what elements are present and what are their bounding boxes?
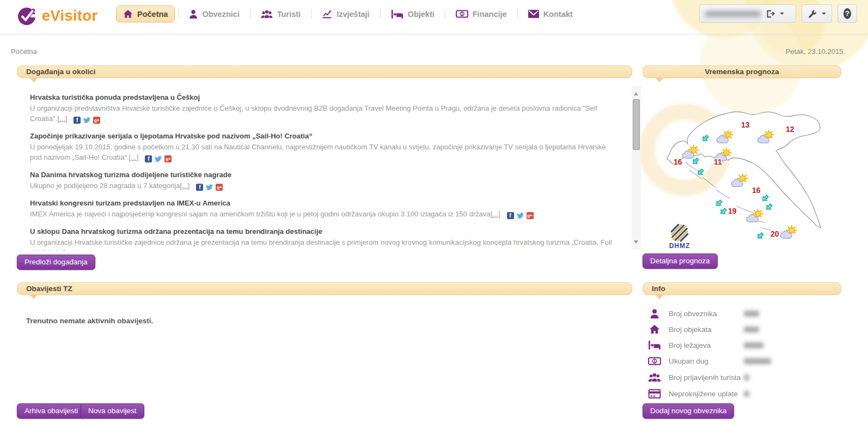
news-body-text: U organizaciji Hrvatske turističke zajed…: [30, 238, 612, 251]
nav-label: Turisti: [277, 10, 301, 19]
person-icon: [648, 309, 661, 319]
redacted-value: [744, 391, 749, 397]
croatia-weather-map: 13 12 16 11 16 19 20 DHMZ: [655, 85, 836, 250]
envelope-icon: [528, 10, 539, 18]
nav-label: Početna: [137, 10, 168, 19]
news-title: Hrvatski kongresni turizam predstavljen …: [30, 198, 614, 208]
twitter-icon[interactable]: [206, 184, 213, 191]
nav-label: Kontakt: [543, 10, 573, 19]
read-more-link[interactable]: [...]: [56, 249, 65, 251]
current-date: Petak, 23.10.2015.: [786, 47, 845, 56]
top-navigation-bar: eVisitor Početna Obveznici Turisti Izvje…: [0, 0, 868, 34]
evisitor-logo[interactable]: eVisitor: [16, 5, 98, 26]
help-button[interactable]: ?: [838, 4, 857, 23]
googleplus-icon[interactable]: g+: [93, 117, 100, 124]
info-label: Broj prijavljenih turista: [669, 373, 742, 382]
redacted-username: [705, 11, 761, 17]
redacted-value: [744, 374, 749, 380]
news-body-text: IMEX America je najveći i najposjećeniji…: [30, 210, 490, 218]
temperature-label: 13: [741, 120, 750, 129]
home-icon: [648, 324, 661, 334]
temperature-label: 20: [771, 229, 779, 238]
nav-item-turisti[interactable]: Turisti: [254, 5, 308, 22]
nav-divider: [380, 9, 381, 19]
nav-divider: [445, 9, 445, 19]
facebook-icon[interactable]: f: [145, 155, 152, 162]
events-panel-header: Događanja u okolici: [17, 65, 632, 78]
nav-divider: [178, 9, 179, 19]
nav-divider: [250, 9, 250, 19]
read-more-link[interactable]: [...]: [57, 114, 67, 123]
person-icon: [189, 9, 198, 19]
googleplus-icon[interactable]: g+: [216, 184, 223, 191]
googleplus-icon[interactable]: g+: [527, 212, 534, 219]
info-row-obveznici: Broj obveznika: [643, 306, 844, 321]
bed-icon: [391, 9, 404, 19]
breadcrumb: Početna: [11, 47, 37, 56]
news-title: Na Danima hrvatskog turizma dodijeljene …: [30, 170, 614, 179]
logo-text: eVisitor: [42, 8, 98, 25]
people-icon: [261, 9, 273, 19]
nav-label: Financije: [473, 10, 507, 19]
news-item: Započinje prikazivanje serijala o ljepot…: [30, 131, 614, 162]
banknote-icon: [456, 10, 468, 18]
new-notice-button[interactable]: Nova obavijest: [81, 403, 144, 419]
nav-item-objekti[interactable]: Objekti: [384, 5, 442, 23]
read-more-link[interactable]: [...]: [490, 210, 500, 218]
news-item: U sklopu Dana hrvatskog turizma održana …: [30, 227, 614, 251]
twitter-icon[interactable]: [517, 212, 524, 219]
user-menu-button[interactable]: [699, 4, 796, 23]
temperature-label: 16: [752, 186, 761, 195]
dhmz-logo-text: DHMZ: [669, 242, 690, 250]
nav-item-financije[interactable]: Financije: [449, 6, 514, 22]
redacted-value: [744, 311, 759, 317]
card-icon: [648, 389, 661, 398]
news-title: Hrvatska turistička ponuda predstavljena…: [30, 93, 614, 102]
read-more-link[interactable]: [...]: [180, 182, 190, 190]
notices-archive-button[interactable]: Arhiva obavijesti: [17, 403, 85, 419]
scrollbar-thumb[interactable]: [633, 99, 640, 150]
nav-label: Objekti: [408, 10, 435, 19]
googleplus-icon[interactable]: g+: [164, 155, 172, 162]
nav-item-obveznici[interactable]: Obveznici: [182, 5, 247, 23]
temperature-label: 19: [728, 207, 737, 215]
events-scrollbar[interactable]: [632, 86, 641, 250]
settings-button[interactable]: [802, 4, 832, 23]
info-row-dug: Ukupan dug: [643, 354, 844, 368]
info-label: Broj obveznika: [669, 310, 742, 318]
nav-item-izvjestaji[interactable]: Izvještaji: [315, 5, 376, 23]
main-navigation: Početna Obveznici Turisti Izvještaji Obj…: [116, 5, 580, 23]
facebook-icon[interactable]: f: [74, 117, 81, 124]
twitter-icon[interactable]: [155, 155, 162, 162]
temperature-label: 11: [714, 158, 722, 166]
dhmz-logo: DHMZ: [668, 221, 690, 250]
nav-label: Izvještaji: [337, 10, 369, 19]
info-row-uplate: Neproknjižene uplate: [643, 386, 844, 401]
add-obveznik-button[interactable]: Dodaj novog obveznika: [643, 403, 734, 419]
info-label: Neproknjižene uplate: [669, 390, 742, 398]
redacted-value: [744, 358, 771, 364]
redacted-value: [744, 327, 759, 333]
nav-label: Obveznici: [202, 10, 240, 19]
info-label: Broj objekata: [669, 325, 742, 334]
header-controls: ?: [699, 4, 857, 23]
propose-events-button[interactable]: Predloži događanja: [17, 255, 95, 270]
info-label: Broj ležajeva: [669, 341, 742, 349]
scroll-down-arrow[interactable]: [634, 240, 638, 246]
info-panel-header: Info: [643, 282, 841, 295]
banknote-icon: [648, 357, 661, 365]
detailed-forecast-button[interactable]: Detaljna prognoza: [643, 253, 718, 269]
evisitor-logo-mark: [16, 5, 37, 26]
news-item: Hrvatski kongresni turizam predstavljen …: [30, 198, 614, 219]
twitter-icon[interactable]: [83, 117, 90, 124]
logout-icon: [766, 9, 775, 19]
news-item: Na Danima hrvatskog turizma dodijeljene …: [30, 170, 614, 191]
facebook-icon[interactable]: f: [196, 184, 203, 191]
facebook-icon[interactable]: f: [507, 212, 514, 219]
read-more-link[interactable]: [...]: [129, 153, 138, 161]
nav-item-kontakt[interactable]: Kontakt: [521, 6, 580, 22]
nav-item-pocetna[interactable]: Početna: [116, 5, 175, 22]
nav-divider: [311, 9, 311, 19]
scroll-up-arrow[interactable]: [634, 90, 638, 95]
info-row-turisti: Broj prijavljenih turista: [643, 370, 844, 384]
